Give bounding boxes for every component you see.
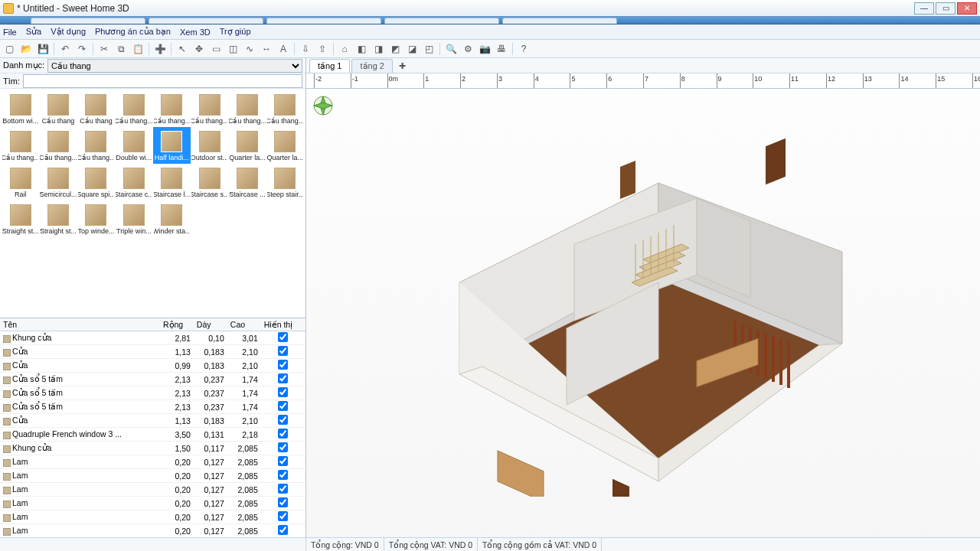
t5-button[interactable]: ◪ [404,41,420,57]
visible-checkbox[interactable] [278,525,288,535]
paste-button[interactable]: 📋 [130,41,145,57]
catalog-item[interactable]: Staircase ... [228,164,266,201]
table-row[interactable]: Cửa sổ 5 tấm2,130,2371,74 [0,373,305,386]
catalog-item[interactable]: Cầu thang... [153,90,191,127]
add-level-button[interactable]: ✚ [394,60,410,73]
catalog-item[interactable]: Triple win... [115,201,152,237]
visible-checkbox[interactable] [278,511,288,521]
open-button[interactable]: 📂 [18,41,34,57]
close-button[interactable]: ✕ [957,2,977,15]
t2-button[interactable]: ◧ [354,41,369,57]
cfg-button[interactable]: ⚙ [460,41,475,57]
catalog-item[interactable]: Bottom wi... [2,90,39,127]
catalog-item[interactable]: Straight st... [39,201,77,237]
menu-vật dụng[interactable]: Vật dụng [51,27,86,37]
category-select[interactable]: Cầu thang [47,59,302,73]
visible-checkbox[interactable] [278,401,288,411]
plan-tab[interactable]: tầng 1 [309,59,350,73]
catalog-item[interactable]: Staircase l... [153,164,191,201]
table-row[interactable]: Cửa sổ 5 tấm2,130,2371,74 [0,386,305,400]
visible-checkbox[interactable] [278,497,288,507]
visible-checkbox[interactable] [278,332,288,342]
table-row[interactable]: Cửa1,130,1832,10 [0,345,305,359]
visible-checkbox[interactable] [278,456,288,466]
table-row[interactable]: Cửa sổ 5 tấm2,130,2371,74 [0,400,305,414]
add-furn-button[interactable]: ➕ [152,41,168,57]
minimize-button[interactable]: — [914,2,934,15]
visible-checkbox[interactable] [278,442,288,452]
visible-checkbox[interactable] [278,484,288,494]
catalog-item[interactable]: Quarter la... [228,127,266,164]
browser-tab[interactable] [384,18,499,24]
catalog-item[interactable]: Staircase c... [115,164,152,201]
col-width[interactable]: Rộng [160,318,194,331]
room-button[interactable]: ◫ [225,41,240,57]
table-row[interactable]: Khung cửa2,810,103,01 [0,331,305,345]
zoom-button[interactable]: 🔍 [443,41,459,57]
table-row[interactable]: Lam0,200,1272,085 [0,455,305,469]
table-row[interactable]: Khung cửa1,500,1172,085 [0,442,305,455]
cut-button[interactable]: ✂ [96,41,112,57]
visible-checkbox[interactable] [278,470,288,480]
table-row[interactable]: Cửa0,990,1832,10 [0,359,305,373]
t6-button[interactable]: ◰ [421,41,436,57]
t3-button[interactable]: ◨ [371,41,386,57]
visible-checkbox[interactable] [278,373,288,383]
col-depth[interactable]: Dày [194,318,227,331]
col-height[interactable]: Cao [227,318,261,331]
compass-icon[interactable] [312,95,334,116]
catalog-item[interactable]: Winder sta... [153,201,191,237]
catalog-item[interactable]: Cầu thang... [2,127,39,164]
col-visible[interactable]: Hiến thị [261,318,305,331]
print-button[interactable]: 🖶 [494,41,509,57]
catalog-item[interactable]: Cầu thang... [266,90,304,127]
table-row[interactable]: Cửa1,130,1832,10 [0,414,305,428]
browser-tab[interactable] [502,18,617,24]
catalog-panel[interactable]: Bottom wi...Cầu thangCầu thangCầu thang.… [0,89,305,318]
menu-sửa[interactable]: Sửa [26,27,41,37]
menu-file[interactable]: File [3,28,17,37]
new-button[interactable]: ▢ [2,41,17,57]
catalog-item[interactable]: Outdoor st... [191,127,228,164]
catalog-item[interactable]: Staircase s... [191,164,228,201]
plan-tab[interactable]: tầng 2 [351,59,392,73]
visible-checkbox[interactable] [278,415,288,425]
catalog-item[interactable]: Straight st... [2,201,39,237]
catalog-item[interactable]: Rail [2,164,39,201]
table-row[interactable]: Lam0,200,1272,085 [0,483,305,497]
catalog-item[interactable]: Semicircul... [39,164,77,201]
catalog-item[interactable]: Cầu thang... [77,127,115,164]
browser-tab[interactable] [149,18,263,24]
table-row[interactable]: Lam0,200,1272,085 [0,469,305,483]
search-input[interactable] [23,74,302,88]
curve-button[interactable]: ∿ [242,41,257,57]
catalog-item[interactable]: Half landi... [153,127,191,164]
pan-button[interactable]: ✥ [191,41,207,57]
table-row[interactable]: Quadruple French window 3 ...3,500,1312,… [0,428,305,442]
import-button[interactable]: ⇩ [298,41,313,57]
menu-xem 3d[interactable]: Xem 3D [180,28,211,37]
catalog-item[interactable]: Square spi... [77,164,115,201]
catalog-item[interactable]: Cầu thang [77,90,115,127]
export-button[interactable]: ⇧ [315,41,330,57]
table-row[interactable]: Lam0,200,1272,085 [0,497,305,510]
maximize-button[interactable]: ▭ [936,2,956,15]
redo-button[interactable]: ↷ [74,41,90,57]
catalog-item[interactable]: Double wi... [115,127,152,164]
3d-viewport[interactable] [306,89,980,537]
catalog-item[interactable]: Steep stair... [266,164,304,201]
catalog-item[interactable]: Cầu thang [39,90,77,127]
catalog-item[interactable]: Cầu thang... [228,90,266,127]
copy-button[interactable]: ⧉ [113,41,129,57]
menu-trợ giúp[interactable]: Trợ giúp [220,27,251,37]
t1-button[interactable]: ⌂ [337,41,352,57]
save-button[interactable]: 💾 [35,41,51,57]
help-button[interactable]: ? [516,41,531,57]
furniture-table[interactable]: Tên Rộng Dày Cao Hiến thị Khung cửa2,810… [0,318,305,537]
visible-checkbox[interactable] [278,387,288,397]
t4-button[interactable]: ◩ [387,41,403,57]
wall-button[interactable]: ▭ [208,41,224,57]
visible-checkbox[interactable] [278,429,288,439]
catalog-item[interactable]: Cầu thang... [115,90,152,127]
menu-phương án của bạn[interactable]: Phương án của bạn [95,27,171,37]
